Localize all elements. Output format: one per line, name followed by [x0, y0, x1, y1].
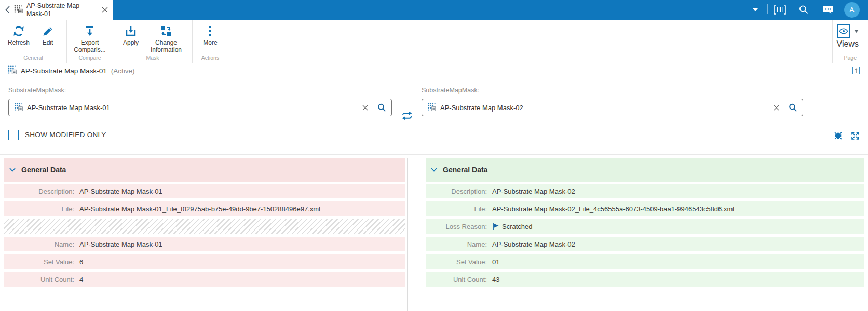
show-modified-checkbox[interactable] [8, 130, 19, 140]
loss-reason-value: Scratched [502, 223, 533, 231]
toolbar: Refresh Edit General Export Comparis... … [0, 20, 868, 63]
show-modified-label: SHOW MODIFIED ONLY [25, 130, 106, 139]
field-label: Set Value: [4, 258, 74, 266]
export-comparison-icon [84, 24, 96, 38]
field-value: 01 [492, 258, 499, 266]
export-comparison-label: Export Comparis... [72, 39, 107, 54]
section-title: General Data [21, 166, 66, 174]
field-label: Description: [4, 187, 74, 195]
missing-field-row [4, 219, 405, 234]
field-label: File: [4, 205, 74, 213]
group-label-general: General [0, 55, 66, 61]
comparison-selectors: SubstrateMapMask: AP-Substrate Map Mask-… [0, 78, 868, 125]
comparison-area: General Data Description: AP-Substrate M… [0, 154, 868, 311]
collapse-all-icon[interactable] [834, 131, 843, 142]
clear-icon[interactable] [774, 105, 779, 111]
field-row: Loss Reason: Scratched [426, 219, 864, 234]
toolbar-group-page: Views Page [832, 20, 868, 63]
open-entity-tab[interactable]: AP-Substrate Map Mask-01 [0, 0, 113, 20]
expand-all-icon[interactable] [851, 131, 860, 142]
views-label: Views [837, 39, 859, 49]
field-value: AP-Substrate Map Mask-02 [492, 187, 575, 195]
back-chevron-icon[interactable] [5, 6, 10, 14]
change-information-button[interactable]: Change Information [144, 24, 188, 54]
avatar[interactable]: A [844, 2, 860, 18]
search-icon[interactable] [789, 103, 797, 112]
loss-reason-link[interactable]: Scratched [492, 223, 533, 231]
field-label: Unit Count: [426, 276, 487, 283]
field-row: File: AP-Substrate Map Mask-02_File_4c56… [426, 201, 864, 216]
right-entity-input[interactable]: AP-Substrate Map Mask-02 [422, 99, 803, 116]
toolbar-group-compare: Export Comparis... Compare [67, 20, 113, 63]
chat-icon[interactable] [816, 0, 840, 20]
edit-label: Edit [43, 39, 53, 47]
apply-label: Apply [123, 39, 139, 47]
swap-comparison-icon[interactable] [392, 87, 422, 125]
chevron-down-icon [854, 30, 859, 33]
apply-button[interactable]: Apply [117, 24, 144, 47]
refresh-button[interactable]: Refresh [4, 24, 33, 47]
comparison-panel-right: General Data Description: AP-Substrate M… [408, 158, 868, 311]
more-label: More [203, 39, 217, 47]
section-header-general-data[interactable]: General Data [426, 158, 864, 182]
field-row: Description: AP-Substrate Map Mask-01 [4, 184, 405, 198]
chevron-down-icon[interactable] [743, 0, 767, 20]
field-value: 43 [492, 276, 499, 283]
collapse-header-icon[interactable] [851, 66, 861, 75]
field-row: Unit Count: 4 [4, 272, 405, 287]
field-value: AP-Substrate Map Mask-01_File_f02975ab-b… [79, 205, 320, 213]
field-row: Name: AP-Substrate Map Mask-02 [426, 237, 864, 251]
flag-icon [492, 223, 499, 231]
section-header-general-data[interactable]: General Data [4, 158, 405, 182]
entity-header: AP-Substrate Map Mask-01 (Active) [0, 63, 868, 78]
more-button[interactable]: More [197, 24, 224, 47]
field-row: Unit Count: 43 [426, 272, 864, 287]
export-comparison-button[interactable]: Export Comparis... [71, 24, 108, 54]
close-tab-icon[interactable] [102, 7, 108, 13]
right-selector: SubstrateMapMask: AP-Substrate Map Mask-… [422, 87, 803, 125]
right-selector-label: SubstrateMapMask: [422, 87, 803, 94]
left-selector: SubstrateMapMask: AP-Substrate Map Mask-… [8, 87, 392, 125]
field-label: File: [426, 205, 487, 213]
field-row: File: AP-Substrate Map Mask-01_File_f029… [4, 201, 405, 216]
toolbar-group-mask: Apply Change Information Mask [113, 20, 193, 63]
clear-icon[interactable] [362, 105, 368, 111]
comparison-panel-left: General Data Description: AP-Substrate M… [0, 158, 405, 311]
field-label: Description: [426, 187, 487, 195]
field-row: Set Value: 01 [426, 254, 864, 269]
toolbar-group-general: Refresh Edit General [0, 20, 67, 63]
apply-icon [125, 24, 137, 38]
substrate-map-mask-icon [7, 65, 17, 76]
change-information-label: Change Information [145, 39, 187, 54]
substrate-map-mask-icon [14, 102, 23, 113]
refresh-label: Refresh [8, 39, 30, 47]
eye-icon [837, 24, 850, 38]
field-label: Name: [4, 240, 74, 248]
field-value: AP-Substrate Map Mask-01 [79, 240, 162, 248]
options-row: SHOW MODIFIED ONLY [0, 125, 868, 154]
toolbar-group-actions: More Actions [193, 20, 228, 63]
more-icon [209, 24, 212, 38]
page-title: AP-Substrate Map Mask-01 [21, 67, 107, 75]
field-label: Name: [426, 240, 487, 248]
field-value: AP-Substrate Map Mask-02_File_4c56555a-6… [492, 205, 734, 213]
left-entity-input[interactable]: AP-Substrate Map Mask-01 [8, 99, 392, 116]
refresh-icon [12, 24, 25, 38]
group-label-actions: Actions [193, 55, 228, 61]
field-value: AP-Substrate Map Mask-01 [79, 187, 162, 195]
chevron-down-icon [9, 168, 16, 172]
right-entity-value: AP-Substrate Map Mask-02 [440, 104, 769, 112]
group-label-compare: Compare [67, 55, 113, 61]
field-row: Description: AP-Substrate Map Mask-02 [426, 184, 864, 198]
group-label-mask: Mask [113, 55, 192, 61]
field-value: AP-Substrate Map Mask-02 [492, 240, 575, 248]
search-icon[interactable] [792, 0, 816, 20]
field-value: 4 [79, 276, 83, 283]
edit-button[interactable]: Edit [33, 24, 62, 47]
field-value: 6 [79, 258, 83, 266]
search-icon[interactable] [377, 103, 386, 112]
barcode-icon[interactable] [768, 0, 792, 20]
field-label: Unit Count: [4, 276, 74, 283]
edit-icon [42, 24, 53, 38]
views-button[interactable]: Views [837, 24, 859, 49]
